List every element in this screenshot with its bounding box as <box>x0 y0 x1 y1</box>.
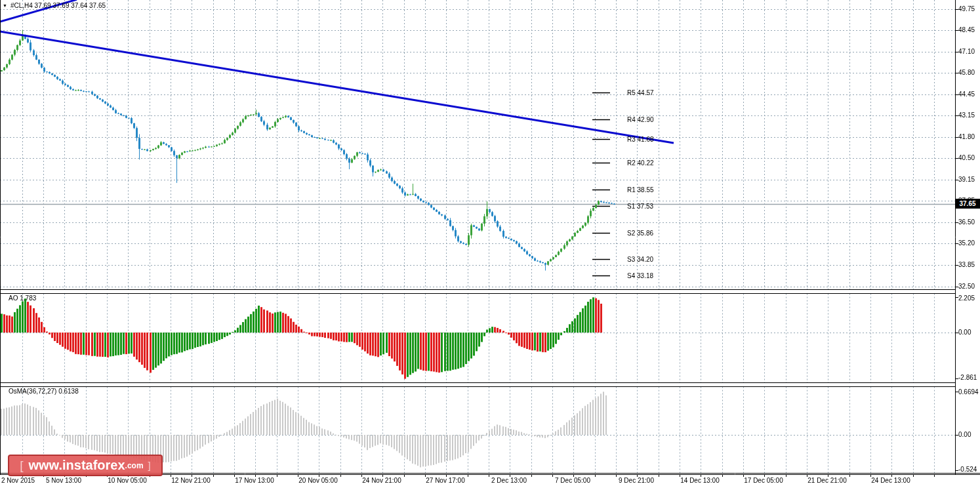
price-chart-canvas[interactable] <box>0 0 980 488</box>
trading-chart-window: ▼#CL,H4 37.69 37.69 37.64 37.65 AO 1.783… <box>0 0 980 488</box>
